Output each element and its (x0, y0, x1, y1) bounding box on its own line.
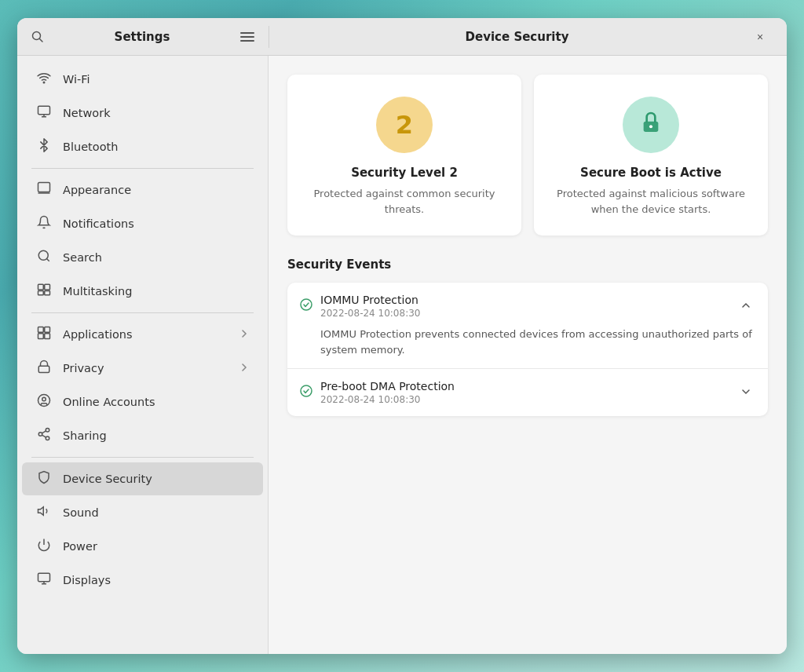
sound-icon (36, 504, 52, 521)
titlebar: Settings Device Security × (17, 18, 787, 56)
svg-rect-10 (38, 284, 44, 290)
svg-rect-3 (38, 106, 50, 115)
svg-rect-11 (45, 284, 50, 290)
event-item: Pre-boot DMA Protection2022-08-24 10:08:… (287, 369, 768, 416)
sidebar-item-notifications[interactable]: Notifications (22, 207, 263, 240)
sidebar-item-label: Online Accounts (63, 396, 249, 408)
event-info: IOMMU Protection2022-08-24 10:08:30 (320, 294, 729, 319)
security-cards: 2Security Level 2Protected against commo… (287, 75, 768, 236)
event-item: IOMMU Protection2022-08-24 10:08:30IOMMU… (287, 283, 768, 369)
svg-point-22 (38, 433, 42, 436)
sidebar-title: Settings (55, 30, 229, 44)
sidebar-item-wifi[interactable]: Wi-Fi (22, 63, 263, 96)
event-expanded-description: IOMMU Protection prevents connected devi… (320, 327, 755, 357)
sidebar-item-privacy[interactable]: Privacy (22, 352, 263, 385)
search-button[interactable] (28, 27, 47, 46)
sidebar: Wi-FiNetworkBluetoothAppearanceNotificat… (17, 56, 269, 654)
svg-rect-13 (45, 291, 50, 295)
online-accounts-icon (36, 393, 52, 411)
sidebar-item-label: Sound (63, 506, 249, 519)
privacy-icon (36, 360, 52, 377)
section-title: Security Events (287, 257, 768, 272)
svg-line-9 (46, 258, 49, 261)
notifications-icon (36, 215, 52, 232)
sidebar-item-label: Device Security (63, 473, 249, 485)
sidebar-separator (31, 312, 254, 313)
titlebar-left: Settings (17, 27, 269, 46)
sidebar-item-label: Privacy (63, 362, 228, 374)
applications-icon (36, 326, 52, 343)
sidebar-separator (31, 457, 254, 458)
sidebar-item-device-security[interactable]: Device Security (22, 462, 263, 495)
sidebar-item-label: Applications (63, 328, 228, 341)
chevron-right-icon (239, 329, 249, 341)
sidebar-item-sound[interactable]: Sound (22, 496, 263, 529)
sidebar-item-label: Network (63, 107, 249, 119)
titlebar-right: Device Security × (269, 26, 787, 48)
svg-rect-6 (38, 183, 50, 192)
displays-icon (36, 572, 52, 589)
svg-line-1 (40, 38, 43, 42)
sidebar-item-bluetooth[interactable]: Bluetooth (22, 130, 263, 163)
settings-window: Settings Device Security × Wi-FiNetworkB… (17, 18, 787, 654)
content-area: 2Security Level 2Protected against commo… (269, 56, 787, 654)
card-title: Secure Boot is Active (550, 166, 752, 180)
event-toggle-button[interactable] (736, 296, 755, 317)
sidebar-item-power[interactable]: Power (22, 530, 263, 563)
sidebar-item-label: Multitasking (63, 285, 249, 298)
chevron-right-icon (239, 363, 249, 374)
security-card-lock: Secure Boot is ActiveProtected against m… (534, 75, 768, 236)
sidebar-item-network[interactable]: Network (22, 97, 263, 130)
security-card-level: 2Security Level 2Protected against commo… (287, 75, 521, 236)
lock-icon-circle (623, 97, 679, 153)
main-content: Wi-FiNetworkBluetoothAppearanceNotificat… (17, 56, 787, 654)
svg-rect-15 (45, 327, 50, 333)
card-description: Protected against malicious software whe… (550, 186, 752, 217)
event-header: IOMMU Protection2022-08-24 10:08:30 (300, 294, 755, 319)
svg-rect-14 (38, 327, 44, 333)
sidebar-item-label: Sharing (63, 429, 249, 442)
sidebar-item-applications[interactable]: Applications (22, 318, 263, 351)
search-icon (36, 249, 52, 266)
event-toggle-button[interactable] (736, 382, 755, 404)
sidebar-item-online-accounts[interactable]: Online Accounts (22, 385, 263, 418)
events-list: IOMMU Protection2022-08-24 10:08:30IOMMU… (287, 283, 768, 416)
card-description: Protected against common security threat… (303, 186, 506, 217)
sidebar-item-multitasking[interactable]: Multitasking (22, 275, 263, 308)
sidebar-item-appearance[interactable]: Appearance (22, 173, 263, 206)
event-info: Pre-boot DMA Protection2022-08-24 10:08:… (320, 380, 729, 405)
security-level-number: 2 (396, 110, 413, 140)
lock-icon (638, 110, 663, 141)
event-check-icon (300, 385, 312, 400)
close-button[interactable]: × (749, 26, 771, 48)
event-timestamp: 2022-08-24 10:08:30 (320, 308, 729, 319)
svg-rect-17 (45, 334, 50, 339)
svg-rect-28 (38, 573, 50, 582)
sidebar-separator (31, 168, 254, 169)
level-icon-circle: 2 (376, 97, 433, 153)
hamburger-button[interactable] (237, 29, 258, 45)
sharing-icon (36, 427, 52, 444)
svg-point-2 (43, 82, 45, 83)
sidebar-item-displays[interactable]: Displays (22, 564, 263, 597)
svg-point-8 (38, 250, 48, 260)
network-icon (36, 104, 52, 122)
card-title: Security Level 2 (303, 166, 506, 180)
sidebar-item-label: Search (63, 251, 249, 264)
sidebar-item-search[interactable]: Search (22, 241, 263, 274)
event-name: IOMMU Protection (320, 294, 729, 306)
device-security-icon (36, 470, 52, 488)
sidebar-item-label: Notifications (63, 217, 249, 230)
svg-point-32 (649, 125, 652, 128)
svg-point-21 (46, 429, 49, 433)
power-icon (36, 538, 52, 555)
sidebar-item-sharing[interactable]: Sharing (22, 419, 263, 452)
event-name: Pre-boot DMA Protection (320, 380, 729, 393)
wifi-icon (36, 71, 52, 88)
sidebar-item-label: Bluetooth (63, 141, 249, 153)
svg-point-33 (301, 299, 312, 310)
bluetooth-icon (36, 138, 52, 155)
appearance-icon (36, 181, 52, 199)
sidebar-item-label: Power (63, 540, 249, 553)
svg-marker-26 (38, 507, 44, 516)
